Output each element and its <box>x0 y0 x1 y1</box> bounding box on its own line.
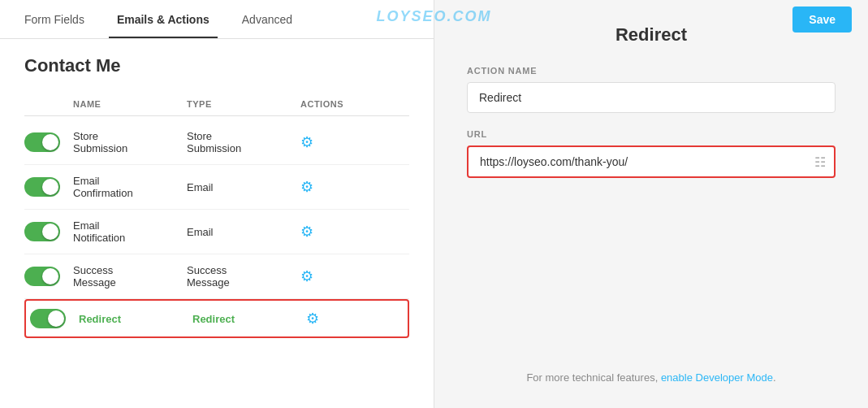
developer-mode-link[interactable]: enable Developer Mode <box>661 371 773 384</box>
row-name-email-confirmation: EmailConfirmation <box>73 175 187 199</box>
gear-icon-store-submission[interactable]: ⚙ <box>300 134 313 150</box>
url-input[interactable] <box>467 145 836 178</box>
row-type-success-message: SuccessMessage <box>187 264 300 289</box>
row-type-email-confirmation: Email <box>187 181 300 193</box>
row-type-email-notification: Email <box>187 226 300 238</box>
gear-icon-email-confirmation[interactable]: ⚙ <box>300 179 313 195</box>
developer-note: For more technical features, enable Deve… <box>467 371 836 384</box>
row-actions-store-submission: ⚙ <box>300 133 365 151</box>
tab-advanced[interactable]: Advanced <box>234 2 300 37</box>
row-type-store-submission: StoreSubmission <box>187 130 300 154</box>
table-row: EmailNotification Email ⚙ <box>24 210 409 254</box>
right-panel: Redirect ACTION NAME URL ☷ For more tech… <box>434 0 868 408</box>
action-name-group: ACTION NAME <box>467 66 836 113</box>
row-type-redirect: Redirect <box>192 313 306 325</box>
action-name-input[interactable] <box>467 82 836 113</box>
toggle-email-confirmation[interactable] <box>24 177 60 197</box>
table-row-redirect: Redirect Redirect ⚙ <box>24 299 409 338</box>
table-header: NAME TYPE ACTIONS <box>24 93 409 116</box>
toggle-email-notification[interactable] <box>24 222 60 241</box>
form-title: Contact Me <box>24 55 409 76</box>
table-row: SuccessMessage SuccessMessage ⚙ <box>24 254 409 299</box>
toggle-store-submission[interactable] <box>24 132 60 152</box>
actions-table: NAME TYPE ACTIONS StoreSubmission StoreS… <box>24 93 409 338</box>
left-content: Contact Me NAME TYPE ACTIONS StoreSubmis… <box>0 39 434 408</box>
gear-icon-redirect[interactable]: ⚙ <box>306 310 319 327</box>
action-name-label: ACTION NAME <box>467 66 836 76</box>
row-actions-email-confirmation: ⚙ <box>300 178 365 196</box>
row-actions-email-notification: ⚙ <box>300 223 365 241</box>
toggle-redirect[interactable] <box>30 309 66 328</box>
url-group: URL ☷ <box>467 129 836 178</box>
row-name-redirect: Redirect <box>79 313 192 325</box>
row-actions-redirect: ⚙ <box>306 310 371 328</box>
left-panel: Form Fields Emails & Actions Advanced Co… <box>0 0 434 408</box>
gear-icon-success-message[interactable]: ⚙ <box>300 268 313 284</box>
row-name-success-message: SuccessMessage <box>73 264 187 289</box>
toggle-success-message[interactable] <box>24 267 60 286</box>
gear-icon-email-notification[interactable]: ⚙ <box>300 224 313 240</box>
tab-bar: Form Fields Emails & Actions Advanced <box>0 0 434 39</box>
row-name-email-notification: EmailNotification <box>73 219 187 244</box>
url-label: URL <box>467 129 836 139</box>
top-button[interactable]: Save <box>792 7 852 33</box>
table-row: EmailConfirmation Email ⚙ <box>24 165 409 210</box>
col-header-name: NAME <box>73 99 187 109</box>
panel-title: Redirect <box>467 24 836 46</box>
table-row: StoreSubmission StoreSubmission ⚙ <box>24 120 409 165</box>
copy-icon: ☷ <box>814 154 826 170</box>
url-input-wrap: ☷ <box>467 145 836 178</box>
tab-emails-actions[interactable]: Emails & Actions <box>109 2 218 37</box>
row-name-store-submission: StoreSubmission <box>73 130 187 154</box>
row-actions-success-message: ⚙ <box>300 267 365 285</box>
col-header-actions: ACTIONS <box>300 99 365 109</box>
col-header-type: TYPE <box>187 99 300 109</box>
tab-form-fields[interactable]: Form Fields <box>16 2 93 37</box>
